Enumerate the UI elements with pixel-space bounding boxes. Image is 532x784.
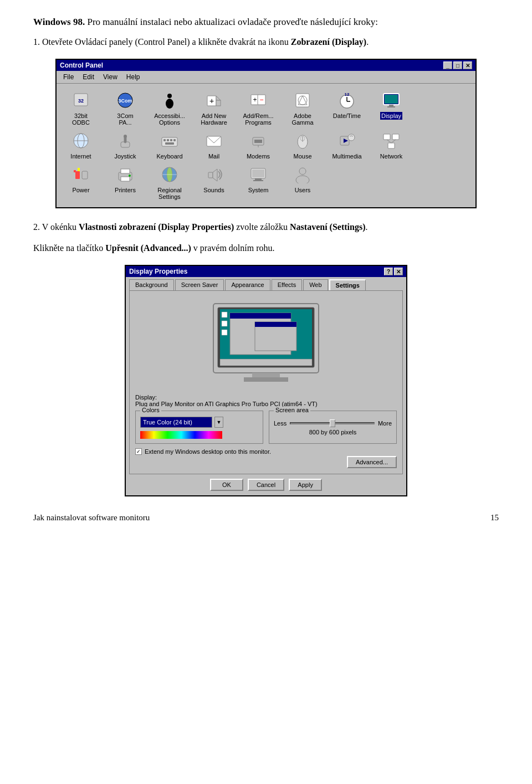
svg-rect-67 (255, 178, 262, 180)
advanced-button[interactable]: Advanced... (347, 456, 397, 468)
cp-icon-label: Keyboard (155, 152, 183, 160)
menu-file[interactable]: File (59, 72, 78, 82)
cp-icon-label: RegionalSettings (156, 186, 182, 201)
titlebar-buttons: _ □ ✕ (443, 62, 472, 69)
dp-close-button[interactable]: ✕ (394, 268, 403, 275)
cp-icon-adobe[interactable]: AdobeGamma (280, 88, 325, 129)
minimize-button[interactable]: _ (443, 62, 452, 69)
dp-frame: Display Properties ? ✕ Background Screen… (125, 265, 407, 496)
svg-text:+: + (253, 96, 257, 104)
cp-icon-addrem[interactable]: +− Add/Rem...Programs (236, 88, 280, 129)
cp-icon-sounds[interactable]: Sounds (192, 162, 236, 203)
ok-button[interactable]: OK (210, 479, 243, 491)
accessibility-icon (160, 90, 180, 110)
screen-size-text: 800 by 600 pixels (274, 429, 392, 435)
colors-content: True Color (24 bit) ▼ (140, 417, 258, 439)
menu-help[interactable]: Help (122, 72, 145, 82)
cp-icon-label: Display (380, 112, 402, 120)
step2-num: 2. (33, 222, 40, 232)
cp-icon-modems[interactable]: Modems (236, 129, 280, 162)
menu-view[interactable]: View (99, 72, 122, 82)
slider-row: Less More (274, 420, 392, 427)
menu-edit[interactable]: Edit (78, 72, 99, 82)
advanced-row: Advanced... (135, 456, 397, 468)
cp-icon-system[interactable]: System (236, 162, 280, 203)
step2-text: V okénku (42, 222, 79, 232)
display-info: Display: Plug and Play Monitor on ATI Gr… (135, 394, 397, 407)
extend-desktop-checkbox[interactable]: ✓ (135, 448, 142, 455)
dp-help-button[interactable]: ? (384, 268, 393, 275)
svg-rect-55 (82, 171, 88, 179)
close-button[interactable]: ✕ (463, 62, 472, 69)
dp-titlebar-btns: ? ✕ (384, 268, 403, 275)
step1: 1. Otevřete Ovládací panely (Control Pan… (33, 35, 499, 49)
cp-icon-accessibility[interactable]: Accessibi...Options (147, 88, 192, 129)
svg-rect-47 (383, 134, 390, 140)
dropdown-arrow[interactable]: ▼ (214, 417, 223, 428)
step3: Klikněte na tlačítko Upřesnit (Advanced.… (33, 242, 499, 255)
step1-end: . (366, 37, 369, 47)
network-icon (381, 131, 401, 151)
svg-rect-49 (388, 143, 395, 148)
cp-icon-multimedia[interactable]: Multimedia (325, 129, 369, 162)
cp-icon-users[interactable]: Users (280, 162, 325, 203)
extend-desktop-row: ✓ Extend my Windows desktop onto this mo… (135, 448, 397, 455)
cp-icon-internet[interactable]: Internet (59, 129, 103, 162)
step1-bold: Zobrazení (Display) (291, 37, 366, 47)
system-icon (248, 165, 268, 185)
datetime-icon: 12 (337, 90, 357, 110)
cp-icon-datetime[interactable]: 12 Date/Time (325, 88, 369, 129)
cp-icon-label: Sounds (202, 186, 225, 194)
screen-area-slider[interactable] (290, 422, 375, 424)
monitor-svg (202, 301, 330, 390)
cp-icon-keyboard[interactable]: Keyboard (147, 129, 192, 162)
tab-web[interactable]: Web (303, 279, 328, 290)
tab-screensaver[interactable]: Screen Saver (175, 279, 224, 290)
cp-icon-network[interactable]: Network (369, 129, 413, 162)
cp-icon-power[interactable]: Power (59, 162, 103, 203)
cancel-button[interactable]: Cancel (248, 479, 284, 491)
tab-appearance[interactable]: Appearance (225, 279, 270, 290)
svg-rect-78 (222, 312, 227, 317)
tab-settings[interactable]: Settings (329, 279, 366, 290)
svg-rect-48 (392, 134, 399, 140)
cp-icon-joystick[interactable]: Joystick (103, 129, 147, 162)
svg-rect-23 (389, 105, 393, 106)
3com-icon: 3Com (115, 90, 135, 110)
cp-icon-display[interactable]: Display (369, 88, 413, 129)
cp-icon-mail[interactable]: Mail (192, 129, 236, 162)
adobe-icon (293, 90, 313, 110)
slider-less-label: Less (274, 420, 287, 427)
maximize-button[interactable]: □ (453, 62, 462, 69)
apply-button[interactable]: Apply (289, 479, 322, 491)
svg-rect-79 (222, 321, 227, 326)
cp-icon-label: Joystick (113, 152, 137, 160)
cp-icon-label: Modems (245, 152, 271, 160)
regional-icon (160, 165, 180, 185)
step2-text2: zvolte záložku (234, 222, 290, 232)
cp-icon-32bit[interactable]: 32 32bitODBC (59, 88, 103, 129)
svg-rect-80 (222, 330, 227, 335)
display-icon (381, 90, 401, 110)
tab-background[interactable]: Background (129, 279, 174, 290)
cp-icon-regional[interactable]: RegionalSettings (147, 162, 192, 203)
cp-icon-label: AdobeGamma (290, 112, 314, 126)
footer: Jak nainstalovat software monitoru 15 (33, 513, 499, 522)
mouse-icon (293, 131, 313, 151)
colors-select[interactable]: True Color (24 bit) (140, 417, 212, 428)
cp-icon-printers[interactable]: Printers (103, 162, 147, 203)
dp-tabs: Background Screen Saver Appearance Effec… (126, 277, 406, 290)
cp-icon-label: 32bitODBC (71, 112, 91, 126)
cp-icon-addnew[interactable]: + Add NewHardware (192, 88, 236, 129)
cp-icon-label: Power (71, 186, 90, 194)
colors-group: Colors True Color (24 bit) ▼ (135, 411, 263, 444)
cp-icon-3com[interactable]: 3Com 3ComPA... (103, 88, 147, 129)
svg-text:32: 32 (78, 98, 84, 104)
svg-rect-34 (170, 139, 172, 141)
step2-bold2: Nastavení (Settings) (290, 222, 365, 232)
cp-icon-mouse[interactable]: Mouse (280, 129, 325, 162)
color-gradient-bar (140, 431, 222, 439)
tab-effects[interactable]: Effects (272, 279, 302, 290)
multimedia-icon (337, 131, 357, 151)
dp-title: Display Properties (129, 268, 187, 275)
